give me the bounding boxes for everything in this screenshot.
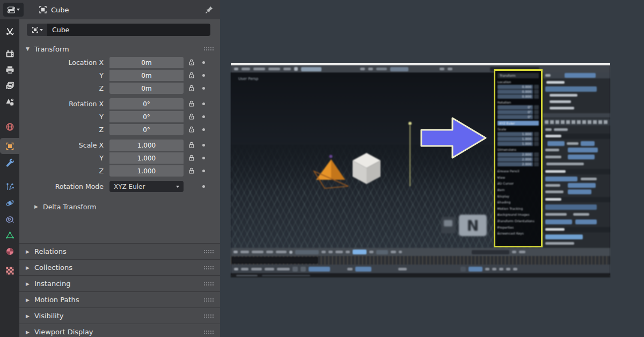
tutorial-illustration-image: User Persp	[231, 63, 610, 275]
old-menubar	[231, 65, 610, 72]
collapsed-panel-header[interactable]: ▶ Viewport Display	[19, 324, 220, 337]
panel-grip-handle[interactable]	[203, 314, 214, 318]
panel-grip-handle[interactable]	[203, 298, 214, 302]
chevron-down-icon	[40, 29, 43, 31]
properties-editor-icon	[8, 6, 16, 13]
viewport: User Persp	[231, 72, 543, 248]
value-slider[interactable]: 0m	[109, 83, 184, 94]
collapsed-panel-header[interactable]: ▶ Motion Paths	[19, 291, 220, 307]
object-name-row: Cube	[27, 24, 210, 36]
panel-grip-handle[interactable]	[203, 266, 214, 270]
panel-grip-handle[interactable]	[203, 47, 214, 51]
status-strip	[231, 273, 610, 277]
animate-decorator-dot[interactable]	[200, 102, 207, 105]
lock-icon[interactable]	[184, 113, 200, 120]
blender-screenshot: User Persp	[231, 65, 610, 275]
animate-decorator-dot[interactable]	[200, 61, 207, 64]
transform-panel-header[interactable]: ▼ Transform	[19, 41, 220, 57]
object-icon	[32, 26, 39, 33]
panel-collapsed-icon: ▶	[26, 297, 34, 303]
lock-icon[interactable]	[184, 167, 200, 174]
lock-icon[interactable]	[184, 100, 200, 107]
properties-editor: Cube	[0, 0, 220, 337]
transform-row: Rotation X 0°	[19, 98, 220, 109]
row-label: Z	[19, 84, 109, 92]
lock-icon[interactable]	[184, 155, 200, 162]
lock-icon[interactable]	[184, 142, 200, 149]
value-slider[interactable]: 1.000	[109, 165, 184, 177]
object-icon	[39, 5, 47, 14]
collapsed-panel-header[interactable]: ▶ Collections	[19, 259, 220, 275]
tab-constraints[interactable]	[0, 211, 19, 227]
tab-world[interactable]	[0, 119, 19, 135]
panel-title: Collections	[34, 263, 72, 272]
n-keycap: N	[459, 215, 487, 236]
transform-row: Location X 0m	[19, 57, 220, 68]
tab-object[interactable]	[0, 138, 19, 154]
animate-decorator-dot[interactable]	[200, 170, 207, 172]
animate-decorator-dot[interactable]	[200, 157, 207, 159]
animate-decorator-dot[interactable]	[200, 74, 207, 77]
transform-row: Scale X 1.000	[19, 140, 220, 151]
tab-render[interactable]	[0, 46, 19, 62]
timeline-range-box	[232, 257, 318, 263]
pin-icon[interactable]	[205, 5, 214, 14]
panel-title: Transform	[34, 45, 69, 53]
panel-grip-handle[interactable]	[203, 250, 214, 254]
tab-tool[interactable]	[0, 23, 19, 39]
animate-decorator-dot[interactable]	[200, 115, 207, 118]
tab-output[interactable]	[0, 62, 19, 78]
panel-collapsed-icon: ▶	[26, 281, 34, 287]
panel-title: Relations	[34, 247, 67, 255]
row-label: Z	[19, 167, 109, 175]
value-slider[interactable]: 0m	[109, 57, 184, 68]
value-slider[interactable]: 0m	[109, 70, 184, 81]
tab-material[interactable]	[0, 243, 19, 259]
tab-physics[interactable]	[0, 195, 19, 211]
panel-title: Instancing	[34, 280, 70, 288]
row-label: Y	[19, 71, 109, 79]
collapsed-panel-header[interactable]: ▶ Instancing	[19, 275, 220, 291]
value-slider[interactable]: 0°	[109, 98, 184, 109]
rotation-mode-dropdown[interactable]: XYZ Euler	[109, 181, 184, 192]
id-type-button[interactable]	[27, 24, 47, 36]
panel-grip-handle[interactable]	[203, 282, 214, 286]
row-label: Y	[19, 154, 109, 162]
animate-decorator-dot[interactable]	[200, 144, 207, 146]
panel-collapsed-icon: ▶	[26, 265, 34, 270]
animate-decorator-dot[interactable]	[200, 185, 207, 188]
editor-type-button[interactable]	[3, 3, 24, 17]
panel-title: Viewport Display	[34, 328, 93, 336]
rotation-mode-row: Rotation Mode XYZ Euler	[19, 181, 220, 192]
tab-view-layer[interactable]	[0, 78, 19, 94]
collapsed-panel-header[interactable]: ▶ Visibility	[19, 307, 220, 324]
lock-icon[interactable]	[184, 126, 200, 133]
timeline-header	[231, 265, 610, 273]
row-label: Location X	[19, 58, 109, 67]
panel-collapsed-icon: ▶	[26, 329, 34, 335]
panel-grip-handle[interactable]	[203, 330, 214, 334]
tab-particles[interactable]	[0, 179, 19, 195]
mouse-icon	[441, 217, 456, 233]
lock-icon[interactable]	[184, 59, 200, 66]
collapsed-panel-header[interactable]: ▶ Relations	[19, 243, 220, 259]
animate-decorator-dot[interactable]	[200, 87, 207, 90]
chevron-down-icon	[17, 9, 20, 11]
animate-decorator-dot[interactable]	[200, 128, 207, 131]
value-slider[interactable]: 0°	[109, 111, 184, 122]
tab-object-data[interactable]	[0, 227, 19, 243]
tab-texture[interactable]	[0, 262, 19, 279]
breadcrumb-object-name: Cube	[51, 6, 69, 14]
panel-collapsed-icon: ▶	[26, 249, 34, 254]
lock-icon[interactable]	[184, 85, 200, 92]
value-slider[interactable]: 1.000	[109, 140, 184, 151]
object-name-input[interactable]: Cube	[47, 24, 210, 36]
tab-scene[interactable]	[0, 94, 19, 110]
value-slider[interactable]: 1.000	[109, 152, 184, 164]
transform-rows: Location X 0m Y 0m	[19, 57, 220, 177]
lock-icon[interactable]	[184, 72, 200, 79]
delta-transform-subpanel[interactable]: ▶ Delta Transform	[34, 200, 220, 214]
tab-modifiers[interactable]	[0, 154, 19, 170]
value-slider[interactable]: 0°	[109, 124, 184, 135]
panel-title: Motion Paths	[34, 296, 79, 304]
